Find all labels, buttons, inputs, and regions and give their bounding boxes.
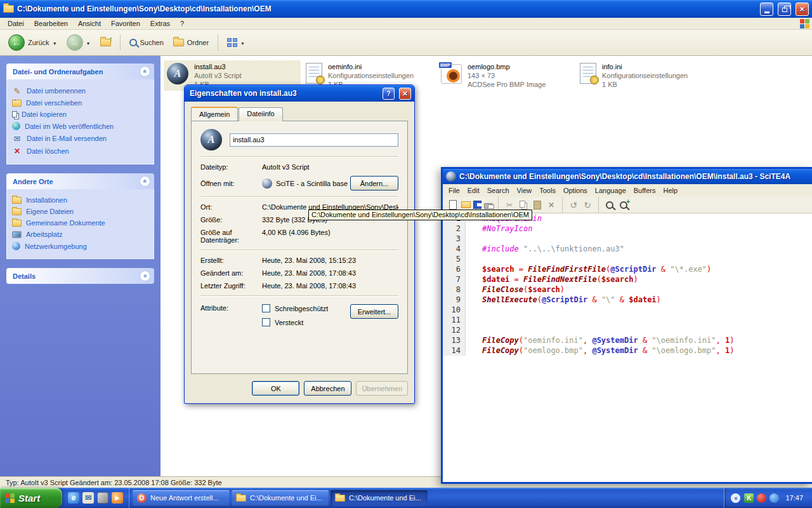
- k-antivirus-icon[interactable]: [744, 493, 754, 503]
- forward-dropdown-icon[interactable]: [86, 39, 91, 46]
- line-number: 11: [443, 315, 466, 325]
- place-netzwerkumgebung[interactable]: Netzwerkumgebung: [11, 240, 150, 252]
- details-header[interactable]: Details: [6, 268, 154, 284]
- task-email[interactable]: Datei in E-Mail versenden: [11, 132, 150, 145]
- file-tile-info.ini[interactable]: info.iniKonfigurationseinstellungen1 KB: [575, 60, 712, 91]
- explorer-menu-Ansicht[interactable]: Ansicht: [73, 18, 106, 29]
- cancel-button[interactable]: Abbrechen: [304, 381, 351, 396]
- expand-chevron-icon[interactable]: [140, 271, 150, 281]
- help-icon: [386, 90, 390, 97]
- scite-menu-tools[interactable]: Tools: [535, 185, 560, 196]
- separator: [200, 156, 398, 157]
- ok-button[interactable]: OK: [252, 381, 299, 396]
- dialog-close-button[interactable]: [399, 88, 411, 100]
- scite-menu-options[interactable]: Options: [560, 185, 591, 196]
- print-icon[interactable]: [484, 203, 493, 209]
- scite-menu-buffers[interactable]: Buffers: [630, 185, 660, 196]
- up-button[interactable]: [97, 37, 114, 48]
- views-dropdown-icon[interactable]: [240, 39, 245, 46]
- file-tasks-header[interactable]: Datei- und Ordneraufgaben: [6, 64, 154, 79]
- task-label: C:\Dokumente und Ei...: [349, 494, 421, 502]
- internet-explorer-icon[interactable]: [68, 492, 79, 504]
- collapse-chevron-icon[interactable]: [140, 176, 150, 187]
- scite-menu-edit[interactable]: Edit: [464, 185, 483, 196]
- restore-button[interactable]: [778, 3, 791, 16]
- scite-titlebar[interactable]: C:\Dokumente und Einstellungen\Sony\Desk…: [443, 169, 812, 184]
- folder-icon: [236, 495, 246, 502]
- dialog-titlebar[interactable]: Eigenschaften von install.au3: [185, 85, 414, 102]
- forward-button[interactable]: [63, 32, 94, 53]
- paste-icon[interactable]: [532, 199, 543, 211]
- task-rename[interactable]: Datei umbenennen: [11, 84, 150, 97]
- file-name: install.au3: [194, 63, 242, 70]
- hidden-checkbox[interactable]: [262, 318, 270, 326]
- back-button[interactable]: Zurück: [5, 32, 60, 53]
- task-label: Neue Antwort erstell...: [150, 494, 219, 502]
- readonly-checkbox[interactable]: [262, 304, 270, 312]
- dialog-help-button[interactable]: [383, 88, 395, 100]
- task-delete[interactable]: Datei löschen: [11, 145, 150, 157]
- views-button[interactable]: [224, 36, 248, 49]
- task-move[interactable]: Datei verschieben: [11, 97, 150, 109]
- task-publish[interactable]: Datei im Web veröffentlichen: [11, 120, 150, 132]
- collapse-chevron-icon[interactable]: [140, 66, 150, 77]
- save-icon[interactable]: [473, 201, 481, 209]
- media-player-icon[interactable]: [112, 492, 123, 504]
- change-button[interactable]: Ändern...: [350, 176, 398, 190]
- opens-with-value: SciTE - a Scintilla base: [276, 180, 350, 187]
- new-file-icon[interactable]: [447, 199, 459, 211]
- scite-menu-view[interactable]: View: [513, 185, 536, 196]
- tray-icons: [744, 493, 779, 503]
- dialog-buttons: OK Abbrechen Übernehmen: [185, 374, 414, 403]
- other-places-header[interactable]: Andere Orte: [6, 173, 154, 189]
- back-dropdown-icon[interactable]: [53, 39, 57, 46]
- scite-menu-file[interactable]: File: [445, 185, 464, 196]
- cut-icon[interactable]: [504, 199, 515, 211]
- open-folder-icon[interactable]: [461, 201, 471, 208]
- scite-menu-language[interactable]: Language: [591, 185, 630, 196]
- redo-icon[interactable]: [582, 199, 593, 211]
- taskbar-task[interactable]: C:\Dokumente und Ei...: [331, 490, 428, 506]
- taskbar-task[interactable]: Neue Antwort erstell...: [133, 490, 230, 506]
- start-button[interactable]: Start: [0, 488, 62, 508]
- undo-icon[interactable]: [568, 199, 579, 211]
- explorer-menu-Bearbeiten[interactable]: Bearbeiten: [29, 18, 73, 29]
- explorer-menu-?[interactable]: ?: [175, 18, 189, 29]
- minimize-button[interactable]: [760, 3, 773, 16]
- filename-input[interactable]: [230, 133, 398, 147]
- delete2-icon[interactable]: [546, 199, 557, 211]
- scite-menu-help[interactable]: Help: [659, 185, 681, 196]
- close-button[interactable]: [796, 3, 809, 16]
- explorer-toolbar: Zurück Suchen Ordner: [0, 30, 812, 56]
- find-icon[interactable]: [604, 199, 615, 211]
- explorer-menu-Favoriten[interactable]: Favoriten: [106, 18, 145, 29]
- place-gemeinsame-dokumente[interactable]: Gemeinsame Dokumente: [11, 217, 150, 229]
- findnext-icon[interactable]: +: [618, 199, 629, 211]
- search-icon: [129, 39, 137, 46]
- place-installationen[interactable]: Installationen: [11, 194, 150, 206]
- tab-allgemein[interactable]: Allgemein: [191, 107, 238, 121]
- ati-icon[interactable]: [757, 493, 766, 503]
- explorer-titlebar[interactable]: C:\Dokumente und Einstellungen\Sony\Desk…: [0, 0, 812, 18]
- file-tile-oemlogo.bmp[interactable]: BMPoemlogo.bmp143 × 73ACDSee Pro BMP Ima…: [438, 60, 575, 91]
- place-eigene-dateien[interactable]: Eigene Dateien: [11, 206, 150, 217]
- search-button[interactable]: Suchen: [126, 37, 167, 48]
- copy2-icon[interactable]: [518, 199, 529, 211]
- mail-icon[interactable]: [82, 492, 94, 504]
- explorer-menu-Datei[interactable]: Datei: [3, 18, 29, 29]
- advanced-button[interactable]: Erweitert...: [350, 304, 398, 319]
- tab-dateiinfo[interactable]: Dateiinfo: [239, 107, 282, 121]
- back-label: Zurück: [28, 39, 49, 46]
- scite-menu-search[interactable]: Search: [483, 185, 513, 196]
- explorer-menu-Extras[interactable]: Extras: [145, 18, 175, 29]
- bmp-badge: BMP: [438, 62, 452, 69]
- taskbar-task[interactable]: C:\Dokumente und Ei...: [232, 490, 329, 506]
- messenger-icon[interactable]: [769, 493, 779, 503]
- hide-icons-chevron-icon[interactable]: [731, 493, 740, 503]
- place-arbeitsplatz[interactable]: Arbeitsplatz: [11, 229, 150, 240]
- line-number: 14: [443, 345, 466, 356]
- folders-button[interactable]: Ordner: [170, 37, 212, 48]
- task-copy[interactable]: Datei kopieren: [11, 109, 150, 120]
- code-editor[interactable]: 1#RequireAdmin2#NoTrayIcon34#include "..…: [443, 213, 812, 482]
- show-desktop-icon[interactable]: [97, 492, 108, 504]
